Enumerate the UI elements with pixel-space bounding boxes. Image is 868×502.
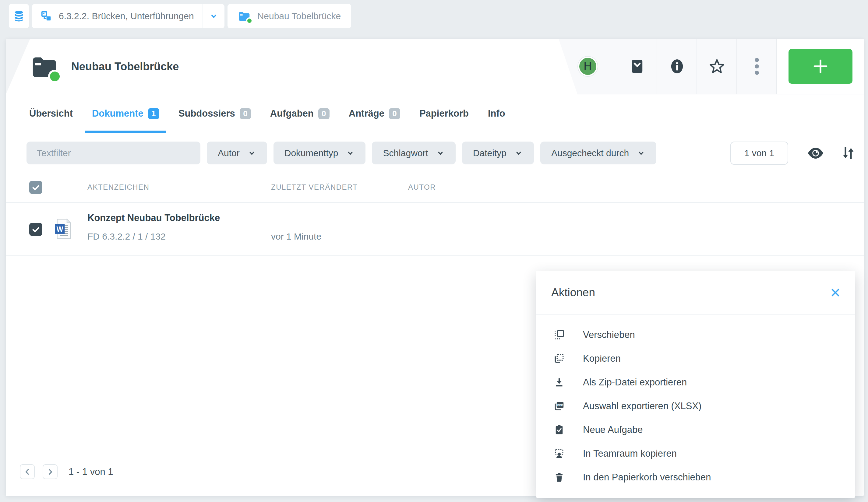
close-icon (830, 287, 841, 298)
document-reference: FD 6.3.2.2 / 1 / 132 (87, 231, 166, 242)
next-page-button[interactable] (43, 464, 58, 479)
dossier-tab-label: Neubau Tobelbrücke (257, 11, 341, 21)
action-zip-export[interactable]: Als Zip-Datei exportieren (536, 370, 855, 394)
info-icon (670, 58, 684, 75)
sort-icon (842, 146, 855, 160)
action-kopieren[interactable]: Kopieren (536, 347, 855, 370)
document-modified: vor 1 Minute (271, 231, 321, 242)
chevron-down-icon (248, 149, 256, 157)
user-avatar-cell[interactable]: H (559, 39, 617, 94)
actions-panel-header: Aktionen (536, 271, 855, 315)
tab-antraege[interactable]: Anträge 0 (349, 94, 400, 133)
eye-icon (807, 147, 824, 159)
page-title: Neubau Tobelbrücke (71, 60, 179, 73)
breadcrumb-context-tab: 6.3.2.2. Brücken, Unterführungen (32, 4, 225, 28)
actions-panel-title: Aktionen (551, 286, 828, 299)
column-aktenzeichen: AKTENZEICHEN (87, 183, 149, 191)
row-checkbox[interactable] (29, 223, 42, 236)
more-actions-button[interactable] (736, 39, 776, 94)
filter-autor[interactable]: Autor (207, 142, 267, 164)
mail-button[interactable] (617, 39, 657, 94)
top-navigation-bar: 6.3.2.2. Brücken, Unterführungen Neubau … (9, 4, 351, 28)
home-button[interactable] (9, 4, 29, 28)
kebab-icon (754, 57, 759, 75)
filter-ausgecheckt-durch[interactable]: Ausgecheckt durch (540, 142, 656, 164)
tab-subdossiers[interactable]: Subdossiers 0 (178, 94, 251, 133)
teamroom-icon (554, 448, 565, 459)
filter-schlagwort[interactable]: Schlagwort (372, 142, 455, 164)
dossier-folder-icon (238, 10, 251, 22)
tab-aufgaben[interactable]: Aufgaben 0 (270, 94, 330, 133)
previous-page-button[interactable] (20, 464, 35, 479)
dossier-header: Neubau Tobelbrücke (30, 39, 179, 94)
actions-list: Verschieben Kopieren Als Zip-Datei expor… (536, 315, 855, 489)
action-teamraum-kopieren[interactable]: In Teamraum kopieren (536, 442, 855, 466)
tab-papierkorb[interactable]: Papierkorb (420, 94, 469, 133)
tab-dokumente[interactable]: Dokumente 1 (92, 94, 159, 133)
search-input[interactable] (27, 142, 200, 164)
select-all-checkbox[interactable] (29, 181, 42, 194)
context-tab-label: 6.3.2.2. Brücken, Unterführungen (59, 11, 194, 21)
context-tab-button[interactable]: 6.3.2.2. Brücken, Unterführungen (32, 4, 203, 28)
column-autor: AUTOR (408, 183, 436, 191)
table-header: AKTENZEICHEN ZULETZT VERÄNDERT AUTOR (6, 172, 864, 203)
mail-icon (629, 58, 645, 75)
table-row[interactable]: W Konzept Neubau Tobelbrücke FD 6.3.2.2 … (6, 203, 864, 256)
folder-icon (30, 54, 59, 80)
close-button[interactable] (828, 285, 843, 300)
pagination-range: 1 - 1 von 1 (69, 467, 113, 477)
tab-info[interactable]: Info (488, 94, 505, 133)
chevron-down-icon (436, 149, 445, 157)
avatar: H (578, 56, 598, 76)
column-zuletzt-veraendert: ZULETZT VERÄNDERT (271, 183, 358, 191)
trash-icon (554, 472, 565, 483)
sitemap-icon (41, 10, 52, 22)
visibility-button[interactable] (807, 147, 824, 159)
filter-dateityp[interactable]: Dateityp (462, 142, 534, 164)
action-papierkorb[interactable]: In den Papierkorb verschieben (536, 466, 855, 489)
chevron-down-icon (346, 149, 354, 157)
action-verschieben[interactable]: Verschieben (536, 323, 855, 347)
favorite-button[interactable] (696, 39, 736, 94)
database-icon (13, 10, 25, 22)
filter-bar: Autor Dokumenttyp Schlagwort Dateityp Au… (27, 142, 855, 164)
svg-text:PDF: PDF (557, 404, 563, 407)
decorative-wedge (6, 39, 30, 94)
chevron-down-icon (209, 12, 218, 21)
task-icon (554, 425, 565, 435)
actions-panel: Aktionen Verschieben (536, 271, 855, 498)
svg-text:W: W (56, 225, 63, 233)
export-file-icon: PDF (554, 401, 565, 411)
tab-uebersicht[interactable]: Übersicht (29, 94, 73, 133)
tab-badge: 0 (389, 108, 400, 119)
document-title[interactable]: Konzept Neubau Tobelbrücke (87, 212, 220, 223)
pagination: 1 - 1 von 1 (20, 464, 113, 479)
filter-dokumenttyp[interactable]: Dokumenttyp (273, 142, 366, 164)
chevron-down-icon (637, 149, 645, 157)
star-icon (709, 58, 725, 75)
plus-icon (812, 57, 829, 75)
status-dot (48, 70, 62, 83)
tab-bar: Übersicht Dokumente 1 Subdossiers 0 Aufg… (6, 94, 864, 133)
sort-button[interactable] (842, 146, 855, 160)
tab-badge: 0 (240, 108, 251, 119)
download-icon (554, 377, 565, 388)
dossier-tab-button[interactable]: Neubau Tobelbrücke (228, 4, 351, 28)
chevron-down-icon (514, 149, 523, 157)
tab-badge: 0 (318, 108, 330, 119)
chevron-left-icon (23, 468, 31, 476)
action-export-xlsx[interactable]: PDF Auswahl exportieren (XLSX) (536, 394, 855, 418)
action-neue-aufgabe[interactable]: Neue Aufgabe (536, 418, 855, 442)
header-toolbar: H (559, 39, 864, 94)
context-dropdown-button[interactable] (203, 4, 225, 28)
move-icon (554, 330, 565, 341)
copy-icon (554, 353, 565, 364)
status-dot (246, 17, 253, 24)
add-cell (776, 39, 864, 94)
info-button[interactable] (657, 39, 696, 94)
word-doc-icon: W (54, 218, 72, 240)
result-count: 1 von 1 (730, 142, 788, 165)
tab-badge: 1 (148, 108, 159, 119)
add-button[interactable] (788, 49, 852, 84)
chevron-right-icon (46, 468, 54, 476)
